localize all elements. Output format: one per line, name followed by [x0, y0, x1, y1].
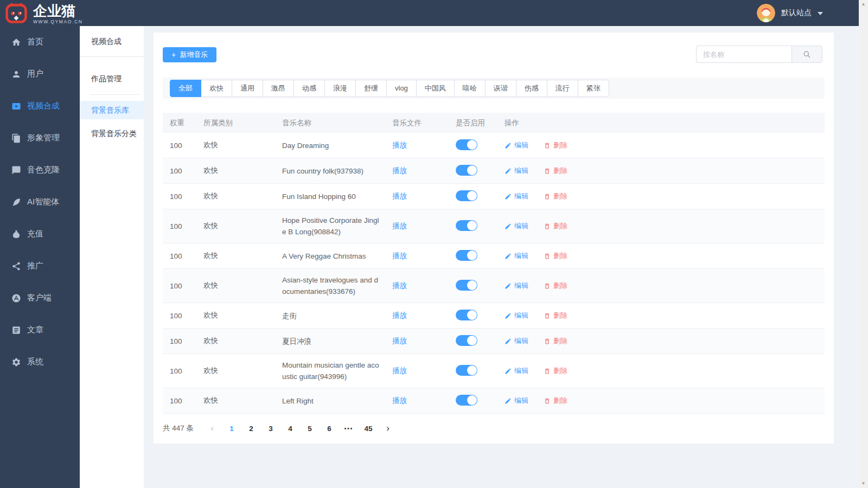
play-link[interactable]: 播放 — [392, 367, 407, 375]
play-link[interactable]: 播放 — [392, 337, 407, 345]
pencil-icon — [505, 223, 512, 230]
row-category: 欢快 — [196, 191, 274, 201]
pencil-icon — [505, 312, 512, 319]
submenu-item-bgm-category[interactable]: 背景音乐分类 — [80, 124, 144, 143]
delete-button[interactable]: 删除 — [544, 366, 567, 376]
filter-tab[interactable]: vlog — [386, 80, 417, 97]
edit-button[interactable]: 编辑 — [505, 191, 528, 201]
enable-toggle[interactable] — [456, 165, 477, 176]
enable-toggle[interactable] — [456, 335, 477, 346]
page-number[interactable]: 5 — [301, 421, 318, 436]
filter-tab[interactable]: 通用 — [232, 80, 263, 97]
add-music-button[interactable]: + 新增音乐 — [163, 47, 216, 62]
edit-button[interactable]: 编辑 — [505, 221, 528, 231]
sidebar-item-articles[interactable]: 文章 — [0, 314, 80, 346]
delete-button[interactable]: 删除 — [544, 311, 567, 320]
enable-toggle[interactable] — [456, 365, 477, 376]
edit-button[interactable]: 编辑 — [505, 140, 528, 150]
delete-button[interactable]: 删除 — [544, 140, 567, 150]
enable-toggle[interactable] — [456, 139, 477, 150]
play-link[interactable]: 播放 — [392, 192, 407, 200]
sidebar-item-voice-clone[interactable]: 音色克隆 — [0, 154, 80, 186]
edit-button[interactable]: 编辑 — [505, 336, 528, 346]
edit-button[interactable]: 编辑 — [505, 281, 528, 291]
sidebar-item-client[interactable]: 客户端 — [0, 282, 80, 314]
play-link[interactable]: 播放 — [392, 311, 407, 319]
play-link[interactable]: 播放 — [392, 141, 407, 149]
page-number[interactable]: 6 — [321, 421, 338, 436]
filter-tab[interactable]: 激昂 — [263, 80, 294, 97]
enable-toggle[interactable] — [456, 190, 477, 201]
scroll-up-icon[interactable]: ▲ — [859, 0, 868, 9]
user-menu[interactable]: 默认站点 — [757, 0, 823, 26]
prev-page-button[interactable]: ‹ — [203, 421, 221, 436]
total-count: 共 447 条 — [163, 423, 194, 433]
delete-button[interactable]: 删除 — [544, 281, 567, 291]
delete-button[interactable]: 删除 — [544, 166, 567, 176]
delete-button[interactable]: 删除 — [544, 396, 567, 406]
page-ellipsis[interactable]: ••• — [340, 421, 358, 436]
page-number[interactable]: 45 — [360, 421, 377, 436]
edit-button[interactable]: 编辑 — [505, 366, 528, 376]
enable-toggle[interactable] — [456, 280, 477, 291]
submenu-item-bgm-library[interactable]: 背景音乐库 — [80, 101, 144, 119]
enable-toggle[interactable] — [456, 310, 477, 320]
play-link[interactable]: 播放 — [392, 222, 407, 230]
sidebar-item-recharge[interactable]: 充值 — [0, 218, 80, 250]
brand-logo[interactable]: 企业猫 WWW.QYMAO.CN — [4, 1, 82, 27]
play-link[interactable]: 播放 — [392, 281, 407, 290]
edit-button[interactable]: 编辑 — [505, 251, 528, 261]
sidebar-item-video-compose[interactable]: 视频合成 — [0, 90, 80, 122]
page-number[interactable]: 2 — [242, 421, 260, 436]
delete-button[interactable]: 删除 — [544, 191, 567, 201]
pencil-icon — [505, 368, 512, 375]
delete-button[interactable]: 删除 — [544, 221, 567, 231]
filter-tab[interactable]: 动感 — [293, 80, 325, 97]
play-link[interactable]: 播放 — [392, 252, 407, 260]
search-icon — [803, 50, 811, 59]
sidebar-item-users[interactable]: 用户 — [0, 58, 80, 90]
filter-tab[interactable]: 嘻哈 — [454, 80, 486, 97]
sidebar-item-promotion[interactable]: 推广 — [0, 250, 80, 282]
row-weight: 100 — [163, 397, 196, 405]
filter-tab[interactable]: 全部 — [170, 80, 201, 97]
filter-tab[interactable]: 紧张 — [578, 80, 609, 97]
page-scrollbar[interactable]: ▲ ▼ — [859, 0, 868, 488]
filter-tab[interactable]: 流行 — [547, 80, 578, 97]
edit-button[interactable]: 编辑 — [505, 396, 528, 406]
edit-button[interactable]: 编辑 — [505, 311, 528, 320]
pencil-icon — [505, 338, 512, 345]
enable-toggle[interactable] — [456, 220, 477, 231]
filter-tab[interactable]: 中国风 — [416, 80, 455, 97]
trash-icon — [544, 142, 551, 149]
sidebar-item-system[interactable]: 系统 — [0, 346, 80, 378]
table-body: 100 欢快 Day Dreaming 播放 编辑 删除 100 欢快 Fun … — [163, 133, 825, 414]
page-number[interactable]: 3 — [262, 421, 279, 436]
edit-button[interactable]: 编辑 — [505, 166, 528, 176]
filter-tab[interactable]: 浪漫 — [324, 80, 356, 97]
filter-tab[interactable]: 舒缓 — [355, 80, 387, 97]
delete-button[interactable]: 删除 — [544, 336, 567, 346]
enable-toggle[interactable] — [456, 250, 477, 261]
submenu-item-works[interactable]: 作品管理 — [80, 68, 144, 89]
table-row: 100 欢快 Fun Island Hopping 60 播放 编辑 删除 — [163, 184, 825, 209]
page-number[interactable]: 1 — [223, 421, 240, 436]
play-link[interactable]: 播放 — [392, 166, 407, 175]
trash-icon — [544, 193, 551, 200]
next-page-button[interactable]: › — [379, 421, 397, 436]
delete-button[interactable]: 删除 — [544, 251, 567, 261]
filter-tab[interactable]: 欢快 — [201, 80, 232, 97]
trash-icon — [544, 282, 551, 290]
scroll-down-icon[interactable]: ▼ — [859, 479, 868, 488]
filter-tab[interactable]: 伤感 — [516, 80, 547, 97]
sidebar-item-home[interactable]: 首页 — [0, 26, 80, 58]
sidebar-item-ai-agent[interactable]: AI智能体 — [0, 186, 80, 218]
sidebar-item-image-manage[interactable]: 形象管理 — [0, 122, 80, 154]
filter-tab[interactable]: 诙谐 — [485, 80, 516, 97]
enable-toggle[interactable] — [456, 395, 477, 406]
search-input[interactable] — [696, 46, 792, 63]
search-button[interactable] — [792, 46, 822, 63]
row-category: 欢快 — [196, 281, 274, 291]
page-number[interactable]: 4 — [282, 421, 299, 436]
play-link[interactable]: 播放 — [392, 396, 407, 404]
